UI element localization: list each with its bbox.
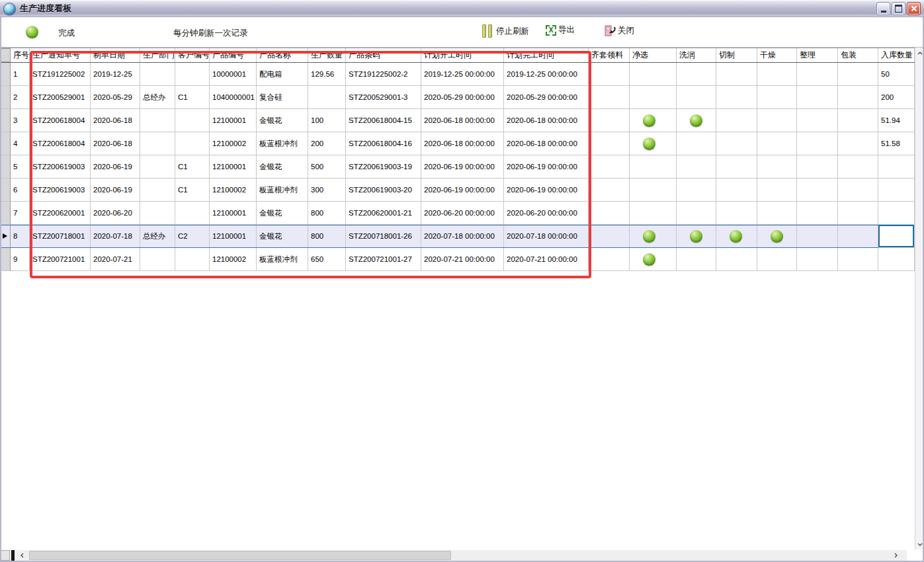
cell-order-date[interactable]: 2020-06-18 [91,132,140,155]
cell-baozhuang[interactable] [838,248,878,271]
cell-material-ready[interactable] [589,225,630,248]
table-row[interactable]: 7STZ2006200012020-06-2012100001金银花800STZ… [0,202,915,225]
cell-product-name[interactable]: 板蓝根冲剂 [257,179,308,202]
column-header-plan-finish[interactable]: 计划完工时间 [504,48,589,62]
cell-customer-no[interactable] [175,109,210,132]
cell-barcode[interactable]: STZ200620001-21 [346,202,421,225]
cell-order-date[interactable]: 2020-07-21 [91,248,140,271]
cell-customer-no[interactable] [175,132,210,155]
cell-ganzao[interactable] [757,63,797,86]
cell-zhengli[interactable] [797,225,838,248]
cell-product-no[interactable]: 12100001 [210,225,257,248]
cell-plan-start[interactable]: 2019-12-25 00:00:00 [421,63,504,86]
cell-qty[interactable]: 300 [308,179,346,202]
row-selector[interactable] [0,225,11,248]
cell-jingxuan[interactable] [630,86,677,109]
cell-order-date[interactable]: 2019-12-25 [91,63,140,86]
cell-zhengli[interactable] [797,202,838,225]
cell-qiezhi[interactable] [716,225,757,248]
cell-plan-start[interactable]: 2020-06-18 00:00:00 [421,109,504,132]
cell-plan-finish[interactable]: 2020-06-18 00:00:00 [504,132,589,155]
horizontal-scrollbar[interactable] [0,550,907,561]
title-bar[interactable]: 生产进度看板 [0,0,924,17]
cell-dept[interactable] [140,248,175,271]
cell-product-no[interactable]: 12100002 [210,179,257,202]
cell-barcode[interactable]: STZ191225002-2 [346,63,421,86]
cell-xirun[interactable] [677,86,716,109]
cell-seq[interactable]: 6 [11,179,30,202]
cell-plan-finish[interactable]: 2020-06-18 00:00:00 [504,109,589,132]
stop-refresh-button[interactable]: 停止刷新 [482,24,529,38]
cell-zhengli[interactable] [797,179,838,202]
cell-ganzao[interactable] [757,225,797,248]
row-selector[interactable] [0,86,11,109]
cell-qiezhi[interactable] [716,202,757,225]
cell-order-date[interactable]: 2020-05-29 [91,86,140,109]
cell-baozhuang[interactable] [838,155,878,179]
cell-jingxuan[interactable] [630,225,677,248]
cell-product-no[interactable]: 12100001 [210,155,257,179]
cell-product-name[interactable]: 金银花 [257,202,308,225]
cell-baozhuang[interactable] [838,63,878,86]
scroll-right-button[interactable] [890,550,901,561]
cell-baozhuang[interactable] [838,132,878,155]
cell-qiezhi[interactable] [716,109,757,132]
cell-plan-finish[interactable]: 2020-07-18 00:00:00 [504,225,589,248]
table-row[interactable]: 8STZ2007180012020-07-18总经办C212100001金银花8… [0,225,915,248]
table-row[interactable]: 4STZ2006180042020-06-1812100002板蓝根冲剂200S… [0,132,915,155]
cell-notice-no[interactable]: STZ200619003 [30,179,91,202]
column-header-plan-start[interactable]: 计划开工时间 [421,48,504,62]
cell-dept[interactable]: 总经办 [140,225,175,248]
cell-qiezhi[interactable] [716,179,757,202]
cell-product-no[interactable]: 12100001 [210,202,257,225]
cell-order-date[interactable]: 2020-07-18 [91,225,140,248]
cell-dept[interactable] [140,132,175,155]
cell-material-ready[interactable] [589,109,630,132]
cell-order-date[interactable]: 2020-06-20 [91,202,140,225]
cell-product-no[interactable]: 1040000001 [210,86,257,109]
cell-zhengli[interactable] [797,132,838,155]
cell-jingxuan[interactable] [630,248,677,271]
cell-customer-no[interactable] [175,202,210,225]
cell-ganzao[interactable] [757,248,797,271]
cell-material-ready[interactable] [589,155,630,179]
export-button[interactable]: X 导出 [546,24,575,36]
cell-seq[interactable]: 8 [11,225,30,248]
cell-plan-start[interactable]: 2020-06-19 00:00:00 [421,155,504,179]
column-header-zhengli[interactable]: 整理 [797,48,838,62]
cell-jingxuan[interactable] [630,132,677,155]
cell-product-name[interactable]: 板蓝根冲剂 [257,248,308,271]
cell-seq[interactable]: 9 [11,248,30,271]
cell-product-no[interactable]: 12100002 [210,132,257,155]
cell-dept[interactable] [140,202,175,225]
cell-qty[interactable] [308,86,346,109]
cell-material-ready[interactable] [589,63,630,86]
cell-material-ready[interactable] [589,248,630,271]
cell-plan-start[interactable]: 2020-07-21 00:00:00 [421,248,504,271]
cell-jingxuan[interactable] [630,202,677,225]
cell-barcode[interactable]: STZ200618004-15 [346,109,421,132]
cell-qty[interactable]: 650 [308,248,346,271]
cell-xirun[interactable] [677,132,716,155]
column-header-qty[interactable]: 生产数量 [308,48,346,62]
row-selector[interactable] [0,155,11,179]
cell-barcode[interactable]: STZ200619003-19 [346,155,421,179]
cell-material-ready[interactable] [589,202,630,225]
cell-zhengli[interactable] [797,109,838,132]
cell-in-qty[interactable]: 51.94 [878,109,915,132]
table-row[interactable]: 3STZ2006180042020-06-1812100001金银花100STZ… [0,109,915,132]
cell-notice-no[interactable]: STZ200618004 [30,109,91,132]
column-header-dept[interactable]: 生产部门 [140,48,175,62]
cell-qty[interactable]: 800 [308,202,346,225]
row-selector[interactable] [0,202,11,225]
cell-plan-finish[interactable]: 2020-07-21 00:00:00 [504,248,589,271]
column-header-material-ready[interactable]: 齐套领料 [589,48,630,62]
cell-barcode[interactable]: STZ200529001-3 [346,86,421,109]
cell-seq[interactable]: 5 [11,155,30,179]
column-header-qiezhi[interactable]: 切制 [716,48,757,62]
cell-jingxuan[interactable] [630,109,677,132]
cell-notice-no[interactable]: STZ200618004 [30,132,91,155]
column-header-product-no[interactable]: 产品编号 [210,48,257,62]
cell-xirun[interactable] [677,179,716,202]
cell-baozhuang[interactable] [838,225,878,248]
